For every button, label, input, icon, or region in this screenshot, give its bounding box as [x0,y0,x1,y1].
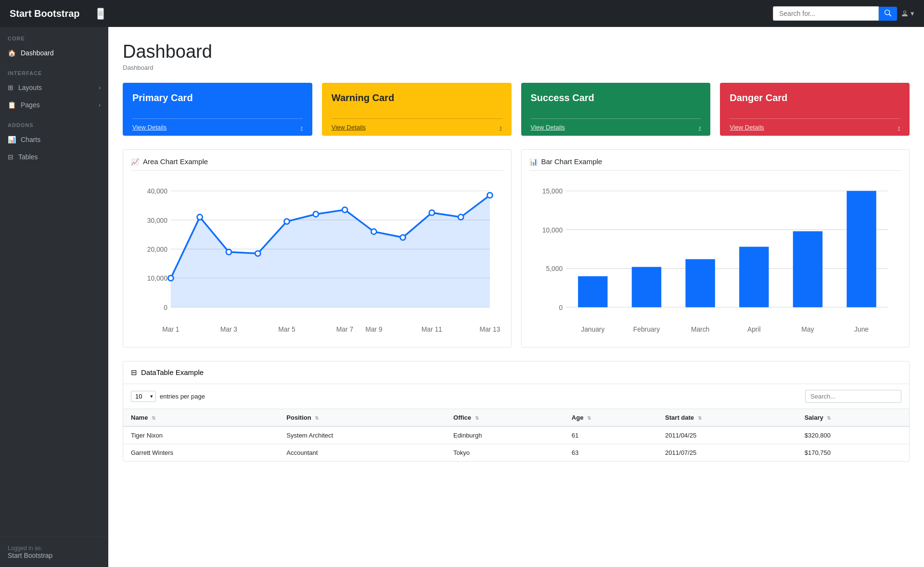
sort-icon: ⇅ [587,415,591,421]
card-arrow-warning: › [500,124,501,131]
svg-text:March: March [691,325,709,333]
datatable-title: DataTable Example [141,368,204,376]
svg-text:5,000: 5,000 [546,265,563,272]
table-row: Garrett WintersAccountantTokyo632011/07/… [123,444,909,461]
sidebar-section-addons: ADDONS [0,114,108,131]
sidebar-item-pages[interactable]: 📋 Pages › [0,96,108,114]
user-menu-button[interactable]: ▾ [901,9,914,18]
search-input[interactable] [773,6,879,21]
svg-text:February: February [633,325,659,333]
card-link-label-success: View Details [531,124,565,131]
col-age[interactable]: Age ⇅ [564,409,657,426]
layouts-icon: ⊞ [8,84,13,91]
card-link-success[interactable]: View Details › [531,118,701,136]
entries-label: entries per page [160,393,205,400]
table-cell: Accountant [279,444,446,461]
datatable-tbody: Tiger NixonSystem ArchitectEdinburgh6120… [123,426,909,461]
charts-icon: 📊 [8,136,16,143]
svg-text:10,000: 10,000 [147,274,168,282]
sidebar-arrow-layouts: › [99,85,101,90]
sidebar-footer: Logged in as: Start Bootstrap [0,537,108,567]
table-search-input[interactable] [805,390,901,403]
search-button[interactable] [879,7,897,21]
sidebar-item-label-charts: Charts [21,136,40,143]
svg-text:January: January [581,325,604,333]
col-start-date[interactable]: Start date ⇅ [657,409,797,426]
card-link-label-danger: View Details [730,124,764,131]
svg-text:Mar 3: Mar 3 [220,325,238,333]
datatable-header: ⊟ DataTable Example [123,361,909,384]
sort-icon: ⇅ [827,415,831,421]
card-arrow-primary: › [300,124,302,131]
entries-select[interactable]: 102550100 [131,391,156,402]
sidebar-item-dashboard[interactable]: 🏠 Dashboard [0,44,108,62]
sidebar-toggle-button[interactable]: ≡ [97,8,104,20]
bar-chart-wrapper: 05,00010,00015,000JanuaryFebruaryMarchAp… [529,178,902,339]
svg-point-21 [284,219,289,224]
sidebar-item-tables[interactable]: ⊟ Tables [0,148,108,166]
datatable-thead: Name ⇅Position ⇅Office ⇅Age ⇅Start date … [123,409,909,426]
col-name[interactable]: Name ⇅ [123,409,279,426]
svg-text:April: April [747,325,760,333]
user-icon [901,10,909,17]
area-chart-title: 📈 Area Chart Example [131,157,503,171]
col-office[interactable]: Office ⇅ [446,409,564,426]
search-box [773,6,897,21]
sort-icon: ⇅ [698,415,702,421]
card-title-warning: Warning Card [332,92,502,103]
area-chart-icon: 📈 [131,158,139,166]
svg-text:May: May [801,325,814,333]
tables-icon: ⊟ [8,153,13,161]
table-cell: $320,800 [797,426,909,444]
table-cell: $170,750 [797,444,909,461]
svg-text:10,000: 10,000 [542,226,563,234]
svg-point-20 [255,251,260,256]
table-cell: 2011/04/25 [657,426,797,444]
datatable-controls: 102550100 entries per page [123,384,909,409]
svg-point-18 [197,214,203,219]
card-title-danger: Danger Card [730,92,900,103]
col-salary[interactable]: Salary ⇅ [797,409,909,426]
sort-icon: ⇅ [475,415,479,421]
svg-point-19 [226,249,231,255]
sidebar-item-label-layouts: Layouts [18,84,42,91]
svg-text:Mar 11: Mar 11 [422,325,442,333]
user-dropdown-arrow: ▾ [911,9,914,18]
svg-text:0: 0 [559,304,563,311]
card-title-success: Success Card [531,92,701,103]
bar-chart-title: 📊 Bar Chart Example [529,157,902,171]
col-position[interactable]: Position ⇅ [279,409,446,426]
page-title: Dashboard [123,41,910,62]
svg-point-25 [400,235,406,240]
breadcrumb: Dashboard [123,64,910,71]
sidebar-item-layouts[interactable]: ⊞ Layouts › [0,79,108,96]
table-cell: 61 [564,426,657,444]
area-chart-wrapper: 010,00020,00030,00040,000Mar 1Mar 3Mar 5… [131,178,503,339]
sidebar-item-label-pages: Pages [21,101,40,109]
card-link-primary[interactable]: View Details › [132,118,303,136]
entries-select-group: 102550100 entries per page [131,391,205,402]
card-link-warning[interactable]: View Details › [332,118,502,136]
card-link-danger[interactable]: View Details › [730,118,900,136]
svg-point-28 [487,193,492,198]
area-chart-card: 📈 Area Chart Example 010,00020,00030,000… [123,149,512,348]
svg-point-17 [168,275,173,281]
table-cell: System Architect [279,426,446,444]
layout: CORE🏠 Dashboard INTERFACE⊞ Layouts ›📋 Pa… [0,27,924,567]
sidebar-item-charts[interactable]: 📊 Charts [0,131,108,148]
entries-select-wrapper[interactable]: 102550100 [131,391,156,402]
bar-chart-icon: 📊 [529,158,538,166]
svg-text:Mar 7: Mar 7 [336,325,353,333]
bar-chart-svg: 05,00010,00015,000JanuaryFebruaryMarchAp… [529,178,902,337]
table-row: Tiger NixonSystem ArchitectEdinburgh6120… [123,426,909,444]
svg-point-27 [458,214,463,219]
sidebar-footer-label: Logged in as: [8,545,101,552]
svg-text:15,000: 15,000 [542,187,563,195]
cards-row: Primary Card View Details › Warning Card… [123,83,910,136]
charts-row: 📈 Area Chart Example 010,00020,00030,000… [123,149,910,348]
sidebar-section-interface: INTERFACE [0,62,108,79]
sidebar-footer-username: Start Bootstrap [8,552,101,559]
svg-point-24 [371,229,376,234]
search-icon [885,10,891,16]
svg-rect-41 [685,259,715,307]
